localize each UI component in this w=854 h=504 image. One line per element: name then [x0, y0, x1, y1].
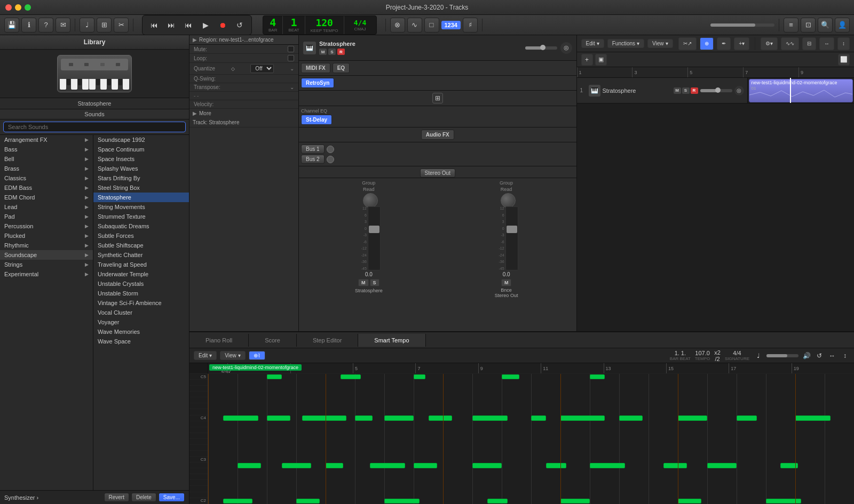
- piano-key[interactable]: C2: [189, 498, 208, 504]
- category-item[interactable]: Experimental▶: [0, 269, 93, 279]
- category-item[interactable]: Percussion▶: [0, 221, 93, 231]
- midi-note[interactable]: [678, 499, 701, 503]
- sound-item[interactable]: Voyager: [93, 317, 189, 327]
- sound-item[interactable]: Steel String Box: [93, 183, 189, 193]
- track-mute-btn[interactable]: M: [674, 87, 681, 94]
- midi-note[interactable]: [429, 415, 452, 420]
- piano-key[interactable]: [189, 427, 208, 433]
- search-button[interactable]: 🔍: [818, 18, 833, 33]
- track-pan-knob[interactable]: ◎: [734, 86, 744, 95]
- cycle-button[interactable]: ↺: [232, 18, 247, 33]
- pr-metronome-btn[interactable]: ♩: [754, 351, 763, 361]
- sound-item[interactable]: Synthetic Chatter: [93, 250, 189, 260]
- quantize-select[interactable]: Off: [250, 64, 274, 73]
- sound-item[interactable]: Soundscape 1992: [93, 135, 189, 145]
- piano-key[interactable]: C5: [189, 374, 208, 380]
- category-item[interactable]: Lead▶: [0, 202, 93, 212]
- fader2[interactable]: [505, 206, 518, 270]
- tab-piano-roll[interactable]: Piano Roll: [189, 334, 249, 347]
- midi-fx-button[interactable]: MIDI FX: [301, 63, 330, 73]
- sound-item[interactable]: Stratosphere: [93, 193, 189, 202]
- piano-key[interactable]: [189, 445, 208, 451]
- rubber-mode[interactable]: +▾: [734, 37, 749, 50]
- snapshot-button[interactable]: □: [424, 18, 439, 33]
- delete-button[interactable]: Delete: [131, 493, 156, 502]
- sound-item[interactable]: Splashy Waves: [93, 164, 189, 173]
- solo-btn[interactable]: S: [328, 49, 336, 55]
- pr-view-menu[interactable]: View ▾: [220, 351, 246, 360]
- bus2-button[interactable]: Bus 2: [301, 155, 325, 164]
- midi-note[interactable]: [355, 415, 373, 420]
- midi-note[interactable]: [384, 499, 420, 503]
- sound-item[interactable]: Subaquatic Dreams: [93, 221, 189, 231]
- midi-note[interactable]: [663, 463, 687, 468]
- midi-note[interactable]: [766, 499, 801, 503]
- close-button[interactable]: [5, 4, 12, 11]
- zoom-h-btn[interactable]: ↔: [819, 37, 834, 50]
- track-record-btn[interactable]: R: [691, 87, 698, 94]
- pr-speaker-btn[interactable]: 🔊: [802, 351, 811, 361]
- pr-volume-slider[interactable]: [766, 354, 798, 357]
- midi-note[interactable]: [223, 499, 252, 503]
- piano-key[interactable]: [189, 462, 208, 468]
- bypass-button[interactable]: ⊗: [390, 18, 405, 33]
- maximize-button[interactable]: [25, 4, 31, 11]
- list-view-button[interactable]: ≡: [784, 18, 798, 33]
- tab-score[interactable]: Score: [249, 334, 297, 347]
- mixer-button[interactable]: ⊞: [97, 18, 112, 33]
- link-button[interactable]: ⊞: [432, 93, 443, 103]
- category-item[interactable]: Brass▶: [0, 164, 93, 173]
- sound-item[interactable]: Space Continuum: [93, 145, 189, 154]
- wave-button[interactable]: ∿: [407, 18, 422, 33]
- view-menu[interactable]: View ▾: [647, 39, 673, 48]
- fastforward-button[interactable]: ⏭: [164, 18, 179, 33]
- track-solo-btn[interactable]: S: [682, 87, 690, 94]
- volume-slider[interactable]: [525, 46, 557, 50]
- midi-note[interactable]: [590, 463, 625, 468]
- pr-zoom-h-btn[interactable]: ↔: [827, 351, 837, 361]
- midi-note[interactable]: [384, 415, 414, 420]
- pointer-mode[interactable]: ⊕: [700, 37, 714, 50]
- record-button[interactable]: ⏺: [215, 18, 230, 33]
- midi-note[interactable]: [341, 374, 361, 379]
- bus2-knob[interactable]: [327, 156, 334, 163]
- category-item[interactable]: Plucked▶: [0, 231, 93, 241]
- eq-button[interactable]: EQ: [333, 63, 350, 73]
- skip-back-button[interactable]: ⏮: [181, 18, 196, 33]
- volume-handle[interactable]: [540, 45, 545, 50]
- pr-cycle-btn[interactable]: ↺: [815, 351, 824, 361]
- stereo-out-button[interactable]: Stereo Out: [420, 169, 455, 178]
- help-button[interactable]: ?: [38, 18, 53, 33]
- knob2[interactable]: [501, 193, 512, 205]
- piano-key[interactable]: [189, 480, 208, 486]
- midi-note[interactable]: [737, 415, 757, 420]
- expand-button[interactable]: ⬜: [838, 54, 850, 66]
- sound-item[interactable]: Vintage Sci-Fi Ambience: [93, 298, 189, 308]
- piano-key[interactable]: [189, 433, 208, 439]
- midi-note[interactable]: [678, 415, 707, 420]
- midi-note[interactable]: [267, 374, 282, 379]
- piano-key[interactable]: [189, 474, 208, 480]
- sound-item[interactable]: Space Insects: [93, 154, 189, 164]
- sound-item[interactable]: Subtle Forces: [93, 231, 189, 241]
- midi-note[interactable]: [707, 463, 737, 468]
- align-btn[interactable]: ⊟: [802, 37, 816, 50]
- piano-key[interactable]: [189, 397, 208, 403]
- piano-key[interactable]: [189, 380, 208, 386]
- sound-item[interactable]: Wave Space: [93, 337, 189, 346]
- account-button[interactable]: 👤: [835, 18, 850, 33]
- loop-checkbox[interactable]: [288, 55, 294, 61]
- settings-btn[interactable]: ⚙▾: [761, 37, 778, 50]
- midi-note[interactable]: [296, 499, 320, 503]
- piano-key[interactable]: [189, 486, 208, 492]
- rewind-button[interactable]: ⏮: [147, 18, 162, 33]
- pr-edit-menu[interactable]: Edit ▾: [194, 351, 217, 360]
- tab-step-editor[interactable]: Step Editor: [297, 334, 358, 347]
- midi-note[interactable]: [546, 463, 566, 468]
- category-item[interactable]: Classics▶: [0, 173, 93, 183]
- category-item[interactable]: Bell▶: [0, 154, 93, 164]
- sound-item[interactable]: Wave Memories: [93, 327, 189, 337]
- info-button[interactable]: ℹ: [21, 18, 36, 33]
- midi-note[interactable]: [502, 374, 519, 379]
- scissors-button[interactable]: ✂: [114, 18, 129, 33]
